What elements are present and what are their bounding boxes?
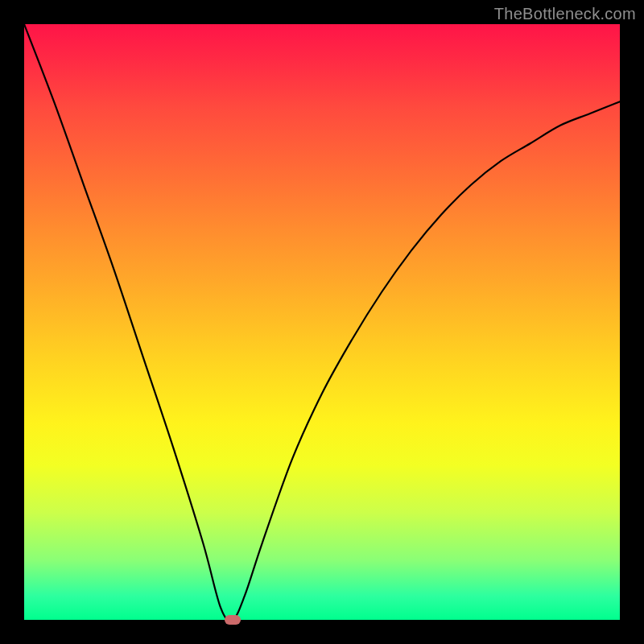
plot-area	[24, 24, 620, 620]
bottleneck-curve	[24, 24, 620, 620]
watermark-text: TheBottleneck.com	[494, 5, 636, 23]
chart-frame: TheBottleneck.com	[0, 0, 644, 644]
